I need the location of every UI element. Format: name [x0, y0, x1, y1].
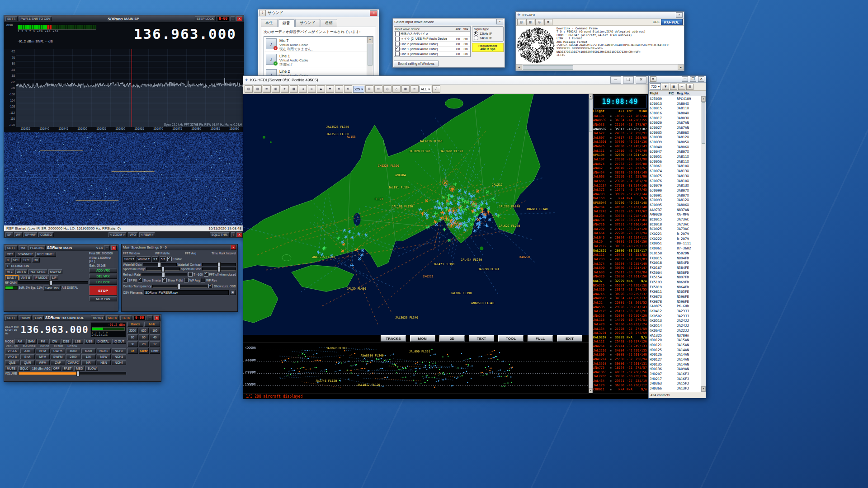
contact-row[interactable]: 6J0020 JA67AN: [649, 120, 701, 125]
specset-titlebar[interactable]: Main Spectrum Settings 0 - 0 ×: [122, 244, 237, 250]
exw-button[interactable]: EXW: [33, 315, 43, 320]
scroll-right-icon[interactable]: ►: [678, 65, 684, 70]
ant-a-button[interactable]: ANT A: [15, 269, 28, 274]
contact-row[interactable]: GK0412 JA23JJ: [649, 309, 701, 314]
browse-icon[interactable]: ▣: [230, 290, 236, 295]
contact-row[interactable]: 6J0074 JA813X: [649, 169, 701, 174]
flight-row[interactable]: JAL2123 ▪ 26151 -33 262/91: [593, 309, 647, 314]
device-checkbox[interactable]: [395, 52, 400, 56]
scrollbar-thumb[interactable]: [589, 99, 592, 132]
scroll-left-icon[interactable]: ◄: [516, 65, 522, 70]
contact-row[interactable]: BC0025 JA73AC: [649, 227, 701, 232]
rx-button[interactable]: CWAFC: [66, 360, 80, 365]
vfo-button[interactable]: VFO: [128, 232, 138, 237]
view-button[interactable]: EXIT: [557, 335, 582, 342]
flight-row[interactable]: KAL37 ▪ 32999 N/A N/A: [593, 279, 647, 283]
rx-button[interactable]: QMR: [20, 360, 35, 365]
contact-row[interactable]: HA1325 N378HA: [649, 333, 701, 338]
grid-icon[interactable]: ⊞: [365, 85, 373, 93]
zoom-in-icon[interactable]: ⊕: [335, 85, 343, 93]
ruler-icon[interactable]: ▭: [374, 85, 382, 93]
tab-communications[interactable]: 通信: [321, 19, 337, 27]
contact-row[interactable]: JH0363 JA15FJ: [649, 381, 701, 386]
scroll-up-icon[interactable]: ▲: [367, 37, 373, 43]
refresh-rate-slider[interactable]: [142, 273, 187, 276]
rsyn1-button[interactable]: RSYN1: [91, 315, 105, 320]
sett-button[interactable]: SETT.: [5, 315, 18, 320]
contact-row[interactable]: GK0514 JA24JJ: [649, 323, 701, 328]
device-checkbox[interactable]: [395, 37, 400, 41]
minimize-button[interactable]: ─: [104, 245, 110, 250]
bearing-icon[interactable]: △: [392, 85, 401, 93]
contact-row[interactable]: GK0642 JA22JJ: [649, 328, 701, 333]
agc-slow-button[interactable]: SLOW: [85, 366, 98, 371]
mode-button[interactable]: LSB: [72, 339, 83, 344]
contacts-table[interactable]: SJ5039 RPC4109 6J0013 JA804X 6J0015 JA8: [649, 96, 701, 392]
fft-avg-spinner[interactable]: 3▾: [152, 256, 159, 262]
band-key[interactable]: 20: [139, 341, 149, 347]
radio-12khz[interactable]: [474, 31, 478, 36]
band-key[interactable]: 630: [139, 328, 149, 333]
input-device-row[interactable]: マイク (2- USB PnP Audio Device OK OK: [394, 37, 470, 42]
band-key[interactable]: 15: [127, 348, 138, 354]
lif-button[interactable]: LIF: [50, 275, 58, 280]
flight-row[interactable]: JAL3691 ▪ 37000 -46 263/136: [593, 140, 647, 145]
flight-row[interactable]: ANA745 ▪ 38996 -50 259/137: [593, 292, 647, 296]
iq-out-button[interactable]: IQ OUT: [112, 339, 126, 344]
waterfall-canvas[interactable]: [4, 132, 243, 225]
rx-button[interactable]: 12K: [81, 354, 96, 359]
contact-row[interactable]: 6J0027 JA67AN: [649, 125, 701, 130]
bias-t-button[interactable]: BIAS-T: [5, 275, 19, 280]
mode-button[interactable]: AM: [14, 339, 25, 344]
contact-row[interactable]: 6J0017 JA803X: [649, 116, 701, 121]
filter-all-select[interactable]: ALL▾: [420, 86, 431, 93]
zoom-out-icon[interactable]: ⊖: [344, 85, 352, 93]
del-vrx-button[interactable]: DEL VRX: [89, 274, 117, 279]
show-curs-osd-checkbox[interactable]: [208, 284, 213, 288]
radar-map[interactable]: JAL3526 FL340JAL3510 FL360AL158JAL2010 F…: [243, 94, 589, 335]
contact-row[interactable]: BC0015 JA73AC: [649, 217, 701, 222]
minimize-button[interactable]: ─: [147, 315, 153, 320]
contact-row[interactable]: 6J0056 JA811X: [649, 159, 701, 164]
flight-row[interactable]: JAL690 ▪ 39000 -52 261/147: [593, 266, 647, 270]
mute-button[interactable]: MUTE: [5, 366, 17, 371]
rx-button[interactable]: SWFM: [51, 354, 65, 359]
rewind-icon[interactable]: ◄: [299, 85, 307, 93]
open-file-icon[interactable]: ▤: [517, 19, 525, 25]
flight-row[interactable]: JAL374 ▪ 35204 -46 255/149: [593, 262, 647, 266]
flight-row[interactable]: JAL115 ▪ 14499 -10 276/51: [593, 318, 647, 323]
rx-button[interactable]: NR: [81, 360, 96, 365]
kgvdl-titlebar[interactable]: ✈ KG-VDL ×: [516, 12, 684, 19]
main-titlebar[interactable]: SETT. MA PLUGINS SDRuno MAIN V1.4 ─ ×: [4, 244, 118, 251]
wave-icon[interactable]: ≈: [410, 85, 419, 93]
rx-button[interactable]: RX: [32, 258, 40, 263]
wf-palette-select[interactable]: Winrad▾: [137, 256, 151, 262]
rx-button[interactable]: NCH4: [112, 360, 126, 365]
contact-row[interactable]: FX9811 N505FE: [649, 290, 701, 295]
input-device-row[interactable]: Line 2 (Virtual Audio Cable) OK OK: [394, 42, 470, 47]
band-key[interactable]: 60: [139, 334, 149, 340]
flight-row[interactable]: ANA726 ▪ 37691 -47 260/144: [593, 222, 647, 227]
flight-row[interactable]: ANA775 ▪ 18924 -21 275/57: [593, 366, 647, 370]
contact-row[interactable]: JH0366 JA13FJ: [649, 386, 701, 391]
contact-row[interactable]: SJ5039 RPC4109: [649, 96, 701, 101]
close-icon[interactable]: ×: [676, 12, 683, 18]
if-mode-button[interactable]: IF MODE: [33, 275, 49, 280]
contact-row[interactable]: DL0158 N502DN: [649, 251, 701, 256]
contact-row[interactable]: 6J0090 JA807X: [649, 188, 701, 193]
log-icon[interactable]: ≡: [263, 85, 271, 93]
flight-row[interactable]: JAL179 ▪ 36000 -45 258/112: [593, 383, 647, 388]
flight-row[interactable]: JAL233 ▪ 24002 -32 259/83: [593, 257, 647, 262]
contact-row[interactable]: 6J0040 JA806X: [649, 145, 701, 150]
tab-sounds[interactable]: サウンド: [295, 19, 320, 27]
csv-filename-input[interactable]: [144, 290, 228, 295]
contact-row[interactable]: CK0222 B-2079: [649, 236, 701, 241]
rx-button[interactable]: NFM: [36, 348, 50, 353]
close-icon[interactable]: ✕: [636, 76, 646, 84]
speaker-icon[interactable]: ♪: [432, 85, 440, 93]
contact-row[interactable]: HD0125 JA14AN: [649, 347, 701, 352]
range-ring-icon[interactable]: ◎: [383, 85, 392, 93]
rx-button[interactable]: QMS: [5, 360, 19, 365]
close-sp-button[interactable]: X: [236, 232, 242, 237]
log-icon[interactable]: ≡: [544, 19, 552, 25]
